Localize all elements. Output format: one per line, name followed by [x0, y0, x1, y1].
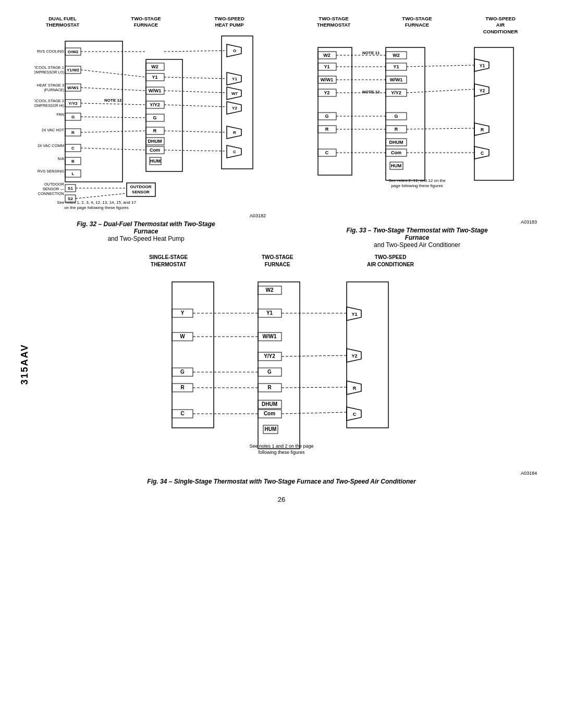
svg-line-75 — [81, 70, 146, 77]
svg-line-196 — [282, 412, 347, 414]
svg-text:NOTE 12: NOTE 12 — [362, 90, 380, 94]
svg-text:FAN: FAN — [56, 112, 64, 117]
fig32-subtitle: and Two-Speed Heat Pump — [107, 235, 184, 242]
svg-text:R: R — [180, 385, 185, 390]
svg-text:HUM: HUM — [150, 158, 161, 164]
svg-text:G: G — [394, 114, 398, 119]
svg-text:N/A: N/A — [57, 156, 64, 161]
svg-text:See notes 2, 11, and 12 on the: See notes 2, 11, and 12 on the — [388, 178, 446, 183]
svg-text:24 VAC COMM: 24 VAC COMM — [38, 143, 64, 148]
svg-text:W7: W7 — [231, 91, 238, 96]
svg-text:(COMPRESSOR LO): (COMPRESSOR LO) — [34, 70, 64, 75]
svg-text:W/W1: W/W1 — [390, 77, 403, 82]
svg-text:NOTE 11: NOTE 11 — [362, 51, 380, 55]
svg-line-74 — [164, 51, 227, 52]
fig33-header-1: TWO-STAGETHERMOSTAT — [313, 16, 354, 35]
side-label: 315AAV — [19, 343, 30, 385]
svg-text:HUM: HUM — [265, 426, 277, 432]
svg-text:Y1: Y1 — [351, 312, 357, 317]
svg-text:SENSOR: SENSOR — [132, 190, 150, 194]
svg-text:B: B — [71, 159, 75, 164]
svg-text:OUTDOOR: OUTDOOR — [44, 182, 65, 187]
svg-text:Y1: Y1 — [266, 310, 273, 316]
figure-34: SINGLE-STAGETHERMOSTAT TWO-STAGEFURNACE … — [21, 254, 542, 485]
top-figures-row: DUAL FUELTHERMOSTAT TWO-STAGEFURNACE TWO… — [21, 16, 542, 249]
svg-text:L: L — [72, 171, 75, 176]
svg-text:W/W1: W/W1 — [321, 77, 334, 82]
svg-rect-150 — [258, 282, 300, 449]
svg-text:W/W1: W/W1 — [149, 88, 162, 93]
svg-text:DHUM: DHUM — [262, 401, 277, 407]
fig34-caption: Fig. 34 – Single-Stage Thermostat with T… — [147, 478, 415, 485]
svg-text:(FURNACE): (FURNACE) — [44, 88, 65, 92]
svg-text:G: G — [153, 115, 156, 120]
svg-text:W2: W2 — [393, 53, 400, 58]
svg-rect-72 — [222, 36, 253, 169]
svg-text:R: R — [71, 130, 75, 135]
svg-line-194 — [282, 387, 347, 388]
svg-text:(COMPRESSOR HI): (COMPRESSOR HI) — [34, 104, 64, 108]
svg-text:DHUM: DHUM — [389, 140, 403, 145]
svg-text:S1: S1 — [68, 186, 73, 191]
svg-text:Y2: Y2 — [351, 353, 357, 359]
svg-line-80 — [164, 105, 227, 107]
svg-text:G: G — [71, 115, 75, 119]
svg-text:Y1: Y1 — [480, 63, 485, 68]
svg-text:Y2: Y2 — [232, 106, 237, 110]
svg-text:Y/Y2: Y/Y2 — [264, 353, 275, 359]
svg-text:RVS SENSING: RVS SENSING — [38, 169, 64, 174]
svg-text:Y1: Y1 — [393, 64, 399, 69]
svg-line-79 — [81, 103, 146, 105]
svg-text:on the page following these fi: on the page following these figures — [64, 205, 129, 210]
svg-text:O: O — [233, 48, 236, 53]
svg-text:Y2: Y2 — [480, 88, 485, 93]
svg-text:C: C — [180, 411, 184, 416]
svg-text:Y1/W2: Y1/W2 — [67, 68, 80, 72]
svg-text:page following these figures: page following these figures — [391, 183, 443, 188]
fig33-subtitle: and Two-Speed Air Conditioner — [374, 241, 460, 249]
svg-line-83 — [164, 131, 227, 132]
figure-33: TWO-STAGETHERMOSTAT TWO-STAGEFURNACE TWO… — [292, 16, 542, 249]
svg-text:G: G — [267, 369, 272, 375]
svg-text:O/W2: O/W2 — [68, 50, 79, 54]
fig32-diagram: RVS COOLING O/W2 HEAT/COOL STAGE 1 (COMP… — [34, 31, 258, 213]
svg-text:R: R — [325, 127, 329, 132]
svg-text:OUTDOOR: OUTDOOR — [130, 184, 152, 189]
svg-text:R: R — [353, 386, 357, 391]
fig34-code: A03184 — [521, 471, 537, 476]
fig33-header-3: TWO-SPEEDAIR CONDITIONER — [480, 16, 521, 35]
fig33-header-2: TWO-STAGEFURNACE — [396, 16, 438, 35]
svg-line-141 — [407, 89, 474, 93]
fig32-title: Fig. 32 – Dual-Fuel Thermostat with Two-… — [77, 220, 215, 235]
svg-line-76 — [164, 77, 227, 79]
page: 315AAV DUAL FUELTHERMOSTAT TWO-STAGEFURN… — [0, 0, 563, 728]
svg-text:Y/Y2: Y/Y2 — [150, 102, 160, 107]
svg-text:R: R — [267, 385, 272, 390]
fig34-header-1: SINGLE-STAGETHERMOSTAT — [149, 254, 188, 268]
svg-line-84 — [81, 148, 146, 150]
svg-text:C: C — [481, 151, 484, 156]
fig33-diagram: W2 Y1 W/W1 Y2 G R C NOTE 11 NOTE 12 — [313, 37, 521, 219]
fig33-caption: Fig. 33 – Two-Stage Thermostat with Two-… — [344, 227, 490, 249]
svg-text:Y/Y2: Y/Y2 — [68, 101, 78, 106]
svg-text:HEAT/COOL STAGE 1: HEAT/COOL STAGE 1 — [34, 65, 64, 70]
svg-text:R: R — [395, 127, 398, 132]
svg-text:See notes 1 and 2 on the page: See notes 1 and 2 on the page — [249, 443, 313, 449]
svg-text:W2: W2 — [323, 53, 331, 58]
svg-text:24 VAC HOT: 24 VAC HOT — [42, 128, 65, 132]
svg-line-77 — [81, 88, 146, 91]
svg-text:Y1: Y1 — [324, 64, 329, 69]
fig32-header-1: DUAL FUELTHERMOSTAT — [42, 16, 83, 29]
fig34-diagram: Y W G R C W2 Y1 W/W1 Y/Y2 G R DHUM — [146, 272, 417, 470]
svg-rect-149 — [172, 282, 214, 428]
svg-text:See notes 1, 2, 3, 4, 12, 13, : See notes 1, 2, 3, 4, 12, 13, 14, 15, an… — [57, 200, 136, 205]
svg-text:W2: W2 — [151, 64, 158, 69]
svg-text:G: G — [180, 369, 185, 375]
svg-line-87 — [76, 193, 127, 199]
svg-text:C: C — [71, 146, 75, 151]
svg-text:DHUM: DHUM — [148, 139, 162, 144]
svg-text:following these figures: following these figures — [258, 450, 305, 455]
svg-rect-91 — [318, 47, 352, 175]
svg-line-85 — [164, 150, 227, 151]
svg-text:R: R — [481, 127, 484, 132]
